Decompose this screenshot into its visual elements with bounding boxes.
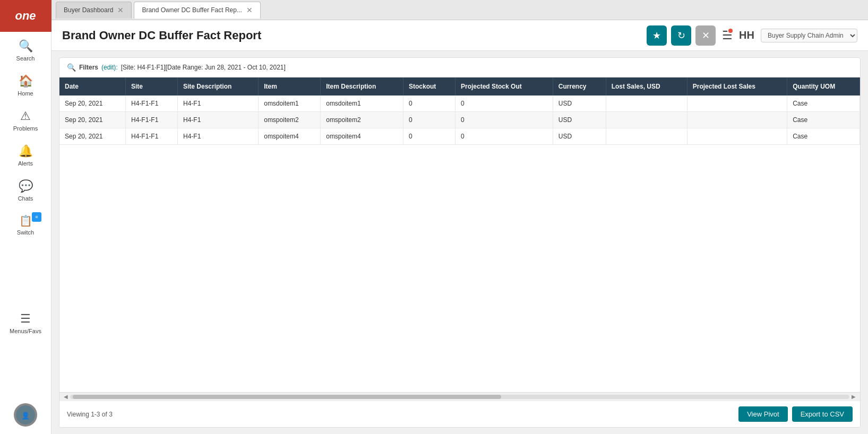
table-cell: Case <box>787 96 860 112</box>
table-cell <box>606 96 687 112</box>
col-date[interactable]: Date <box>59 77 126 96</box>
viewing-text: Viewing 1-3 of 3 <box>67 411 113 418</box>
table-cell: Case <box>787 112 860 128</box>
scroll-track[interactable] <box>70 395 849 399</box>
page-header: Brand Owner DC Buffer Fact Report ★ ↻ ✕ … <box>51 20 868 51</box>
table-cell: H4-F1-F1 <box>126 112 178 128</box>
table-cell: 0 <box>403 128 456 145</box>
col-site-description[interactable]: Site Description <box>178 77 259 96</box>
view-pivot-button[interactable]: View Pivot <box>738 406 787 422</box>
switch-icon: 📋 <box>19 214 32 227</box>
table-cell: H4-F1 <box>178 96 259 112</box>
content-area: 🔍 Filters (edit): [Site: H4·F1·F1][Date … <box>51 51 868 434</box>
table-cell <box>687 96 787 112</box>
user-initials: HH <box>739 29 754 41</box>
tab-brand-owner-report-close[interactable]: ✕ <box>246 6 253 14</box>
table-cell: USD <box>553 128 606 145</box>
avatar[interactable]: 👤 <box>14 403 37 427</box>
sidebar-item-switch-label: Switch <box>17 229 34 236</box>
table-row: Sep 20, 2021H4-F1-F1H4-F1omspoitem2omspo… <box>59 112 860 128</box>
table-row: Sep 20, 2021H4-F1-F1H4-F1omspoitem4omspo… <box>59 128 860 145</box>
table-cell: H4-F1 <box>178 128 259 145</box>
col-item[interactable]: Item <box>259 77 321 96</box>
table-cell: 0 <box>456 96 553 112</box>
sidebar-item-home[interactable]: 🏠 Home <box>0 67 51 102</box>
chat-icon: 💬 <box>19 179 33 193</box>
header-right: ★ ↻ ✕ ☰ HH Buyer Supply Chain Admin <box>647 25 857 46</box>
filters-bar: 🔍 Filters (edit): [Site: H4·F1·F1][Date … <box>59 58 860 77</box>
data-table: Date Site Site Description Item Item Des… <box>59 77 860 145</box>
tab-bar: Buyer Dashboard ✕ Brand Owner DC Buffer … <box>51 0 868 20</box>
header-action-buttons: ★ ↻ ✕ <box>647 25 716 46</box>
tab-brand-owner-report[interactable]: Brand Owner DC Buffer Fact Rep... ✕ <box>134 2 261 19</box>
notification-dot <box>727 28 734 34</box>
sidebar-item-search-label: Search <box>16 55 35 62</box>
table-cell <box>687 112 787 128</box>
table-cell: omsdoitem1 <box>321 96 403 112</box>
sidebar-item-switch[interactable]: 📋 ≡ Switch <box>0 207 51 241</box>
table-cell: Sep 20, 2021 <box>59 128 126 145</box>
tab-buyer-dashboard-label: Buyer Dashboard <box>64 6 113 14</box>
filters-label: Filters <box>79 64 98 71</box>
user-role-select[interactable]: Buyer Supply Chain Admin <box>761 29 857 42</box>
bell-icon: 🔔 <box>19 144 33 158</box>
refresh-button[interactable]: ↻ <box>671 25 691 46</box>
table-cell: 0 <box>456 112 553 128</box>
sidebar-item-alerts-label: Alerts <box>18 160 33 167</box>
sidebar-item-problems[interactable]: ⚠ Problems <box>0 102 51 137</box>
col-projected-lost-sales[interactable]: Projected Lost Sales <box>687 77 787 96</box>
sidebar-item-home-label: Home <box>18 90 33 97</box>
table-cell <box>687 128 787 145</box>
export-csv-button[interactable]: Export to CSV <box>792 406 853 422</box>
table-wrapper[interactable]: Date Site Site Description Item Item Des… <box>59 77 860 392</box>
table-cell: Sep 20, 2021 <box>59 112 126 128</box>
scroll-left-arrow[interactable]: ◀ <box>62 394 70 400</box>
col-site[interactable]: Site <box>126 77 178 96</box>
switch-badge: ≡ <box>32 212 41 222</box>
col-item-description[interactable]: Item Description <box>321 77 403 96</box>
app-logo[interactable]: one <box>0 0 51 32</box>
scroll-indicator[interactable]: ◀ ▶ <box>59 392 860 401</box>
scroll-right-arrow[interactable]: ▶ <box>849 394 858 400</box>
sidebar-item-problems-label: Problems <box>13 125 38 132</box>
sidebar-item-menus-favs[interactable]: ☰ Menus/Favs <box>0 305 51 340</box>
search-icon: 🔍 <box>19 39 33 53</box>
table-body: Sep 20, 2021H4-F1-F1H4-F1omsdoitem1omsdo… <box>59 96 860 145</box>
warning-icon: ⚠ <box>20 109 31 123</box>
filters-values: [Site: H4·F1·F1][Date Range: Jun 28, 202… <box>121 64 286 71</box>
sidebar-item-search[interactable]: 🔍 Search <box>0 32 51 67</box>
table-footer: Viewing 1-3 of 3 View Pivot Export to CS… <box>59 401 860 427</box>
table-cell: omsdoitem1 <box>259 96 321 112</box>
table-row: Sep 20, 2021H4-F1-F1H4-F1omsdoitem1omsdo… <box>59 96 860 112</box>
table-cell: omspoitem4 <box>259 128 321 145</box>
favorite-button[interactable]: ★ <box>647 25 667 46</box>
sidebar-item-menus-label: Menus/Favs <box>10 328 41 334</box>
table-cell: 0 <box>456 128 553 145</box>
col-stockout[interactable]: Stockout <box>403 77 456 96</box>
table-cell: Case <box>787 128 860 145</box>
sidebar-item-chats[interactable]: 💬 Chats <box>0 172 51 207</box>
close-report-button[interactable]: ✕ <box>695 25 716 46</box>
svg-text:👤: 👤 <box>21 411 30 420</box>
hamburger-menu-button[interactable]: ☰ <box>722 29 733 42</box>
col-projected-stock-out[interactable]: Projected Stock Out <box>456 77 553 96</box>
table-cell: USD <box>553 112 606 128</box>
table-cell: omspoitem4 <box>321 128 403 145</box>
filters-edit-link[interactable]: (edit): <box>101 64 118 71</box>
col-lost-sales-usd[interactable]: Lost Sales, USD <box>606 77 687 96</box>
table-cell <box>606 112 687 128</box>
table-header-row: Date Site Site Description Item Item Des… <box>59 77 860 96</box>
filter-icon: 🔍 <box>67 63 76 72</box>
col-currency[interactable]: Currency <box>553 77 606 96</box>
tab-buyer-dashboard-close[interactable]: ✕ <box>117 6 124 14</box>
table-cell: H4-F1-F1 <box>126 96 178 112</box>
footer-actions: View Pivot Export to CSV <box>738 406 853 422</box>
page-title: Brand Owner DC Buffer Fact Report <box>62 29 261 42</box>
table-cell: H4-F1-F1 <box>126 128 178 145</box>
sidebar-item-alerts[interactable]: 🔔 Alerts <box>0 137 51 172</box>
col-quantity-uom[interactable]: Quantity UOM <box>787 77 860 96</box>
sidebar-item-chats-label: Chats <box>18 195 33 202</box>
table-cell: omspoitem2 <box>321 112 403 128</box>
sidebar: one 🔍 Search 🏠 Home ⚠ Problems 🔔 Alerts … <box>0 0 51 434</box>
tab-buyer-dashboard[interactable]: Buyer Dashboard ✕ <box>56 2 132 19</box>
